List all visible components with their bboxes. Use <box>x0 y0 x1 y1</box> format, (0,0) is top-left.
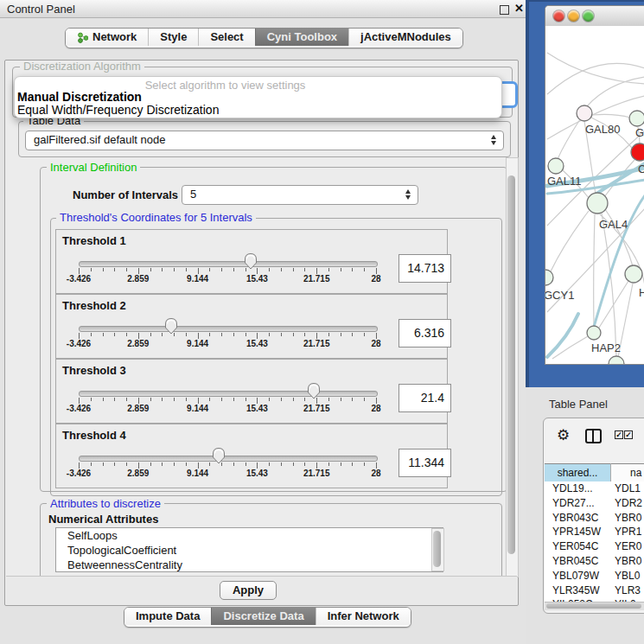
table-row[interactable]: YDL19...YDL1 <box>545 481 644 496</box>
tab-cyni-toolbox[interactable]: Cyni Toolbox <box>255 29 348 46</box>
threshold-slider-thumb[interactable] <box>164 317 178 335</box>
network-window-titlebar[interactable] <box>545 6 644 27</box>
table-row[interactable]: YBL079WYBL0 <box>545 569 644 583</box>
slider-tick <box>364 333 365 336</box>
column-header-name[interactable]: na <box>611 463 644 482</box>
float-window-icon[interactable] <box>500 5 509 15</box>
numerical-attributes-label: Numerical Attributes <box>48 513 158 526</box>
network-node-label: GA <box>635 126 644 139</box>
network-node-hap2[interactable] <box>587 326 601 340</box>
checkbox-icon[interactable]: ✓ <box>615 430 623 439</box>
slider-tick-label: 9.144 <box>187 339 208 348</box>
apply-button[interactable]: Apply <box>220 581 277 600</box>
slider-tick <box>138 398 139 404</box>
slider-tick <box>186 333 187 336</box>
threshold-slider-track[interactable] <box>79 326 378 332</box>
attribute-item-topologicalcoefficient[interactable]: TopologicalCoefficient <box>56 543 443 558</box>
table-row[interactable]: YER054CYER0 <box>545 539 644 554</box>
network-node-label: GAL11 <box>547 175 582 188</box>
cell-shared-name: YDR27... <box>552 497 595 509</box>
network-node-c[interactable] <box>631 143 644 161</box>
algorithm-option-manual[interactable]: Manual Discretization <box>15 91 501 104</box>
slider-tick <box>138 268 139 274</box>
tab-network[interactable]: Network <box>66 29 148 46</box>
cell-name: YLR3 <box>615 584 641 596</box>
slider-tick <box>150 268 151 271</box>
attributes-scrollbar-thumb[interactable] <box>433 531 441 567</box>
slider-tick <box>316 333 317 339</box>
slider-tick-label: 21.715 <box>303 339 330 348</box>
number-of-intervals-combobox[interactable]: 5 <box>182 185 418 205</box>
tab-select[interactable]: Select <box>198 29 254 46</box>
close-window-icon[interactable] <box>553 10 564 22</box>
slider-tick <box>328 268 329 271</box>
threshold-value-field[interactable]: 6.316 <box>399 319 451 348</box>
tab-style[interactable]: Style <box>148 29 198 46</box>
mode-tab-impute-data[interactable]: Impute Data <box>124 608 211 625</box>
threshold-slider-thumb[interactable] <box>244 252 258 270</box>
threshold-value-field[interactable]: 14.713 <box>399 254 451 283</box>
slider-tick <box>293 268 294 271</box>
algorithm-option-equal-width[interactable]: Equal Width/Frequency Discretization <box>15 104 501 117</box>
table-row[interactable]: YDR27...YDR2 <box>545 496 644 511</box>
threshold-slider-thumb[interactable] <box>212 447 226 464</box>
mode-tab-discretize-data[interactable]: Discretize Data <box>211 608 315 625</box>
network-node-gal80[interactable] <box>577 105 592 121</box>
network-node-label: GAL4 <box>599 218 628 231</box>
network-node-gal4[interactable] <box>587 193 608 214</box>
slider-tick <box>341 333 341 336</box>
table-row[interactable]: YPR145WYPR1 <box>545 525 644 539</box>
threshold-value-field[interactable]: 11.344 <box>399 449 451 477</box>
attribute-item-betweennesscentrality[interactable]: BetweennessCentrality <box>56 558 443 572</box>
slider-tick <box>233 268 234 271</box>
network-node-label: HAP2 <box>591 341 621 354</box>
threshold-value-field[interactable]: 21.4 <box>399 384 451 412</box>
threshold-panel-1: Threshold 1-3.4262.8599.14415.4321.71528… <box>55 229 448 294</box>
checkbox-icon[interactable]: ✓ <box>624 430 633 439</box>
settings-scrollbar-thumb[interactable] <box>507 175 515 554</box>
network-canvas[interactable]: GAL80GACGAL11GAL4GCY1HHAP2 <box>545 26 644 364</box>
slider-tick <box>209 398 210 401</box>
slider-tick <box>352 462 353 466</box>
slider-tick <box>79 268 80 274</box>
network-node-ga[interactable] <box>629 111 644 126</box>
attribute-item-selfloops[interactable]: SelfLoops <box>56 528 443 543</box>
threshold-slider-track[interactable] <box>79 391 378 397</box>
network-node-gcy1[interactable] <box>545 270 553 285</box>
slider-tick <box>341 398 341 401</box>
table-row[interactable]: YBR043CYBR0 <box>545 511 644 526</box>
table-row[interactable]: YLR345WYLR3 <box>545 583 644 598</box>
close-panel-icon[interactable]: ✕ <box>514 2 524 15</box>
control-panel-title: Control Panel <box>7 3 75 16</box>
zoom-window-icon[interactable] <box>583 10 594 22</box>
slider-tick <box>269 462 270 466</box>
slider-tick <box>281 268 282 271</box>
threshold-slider-thumb[interactable] <box>307 382 321 399</box>
cell-shared-name: YER054C <box>552 540 598 552</box>
attributes-list-scrollbar[interactable] <box>431 528 444 571</box>
table-scrollbar-thumb[interactable] <box>546 603 641 609</box>
cell-name: YBR0 <box>615 512 641 524</box>
slider-tick <box>150 462 151 466</box>
network-graph: GAL80GACGAL11GAL4GCY1HHAP2 <box>545 26 644 364</box>
mode-tab-infer-network[interactable]: Infer Network <box>316 608 411 625</box>
tab-jactivemnodules[interactable]: jActiveMNodules <box>348 29 462 46</box>
threshold-slider-track[interactable] <box>79 456 378 462</box>
column-header-shared-name[interactable]: shared... <box>545 463 611 482</box>
table-data-combobox[interactable]: galFiltered.sif default node <box>25 131 504 150</box>
table-row[interactable]: YBR045CYBR0 <box>545 554 644 569</box>
slider-tick <box>198 333 199 339</box>
minimize-window-icon[interactable] <box>568 10 579 22</box>
table-horizontal-scrollbar[interactable] <box>545 602 644 610</box>
columns-icon[interactable] <box>585 429 602 443</box>
network-edge <box>587 77 644 106</box>
network-edge <box>599 281 628 328</box>
network-node-h[interactable] <box>625 265 642 283</box>
network-node-gal11[interactable] <box>548 158 564 174</box>
threshold-slider-track[interactable] <box>79 261 378 267</box>
settings-scrollbar[interactable] <box>506 157 519 577</box>
slider-tick <box>221 333 222 336</box>
settings-gear-icon[interactable]: ⚙ <box>557 426 570 444</box>
network-node[interactable] <box>609 356 624 364</box>
slider-tick <box>245 333 246 336</box>
